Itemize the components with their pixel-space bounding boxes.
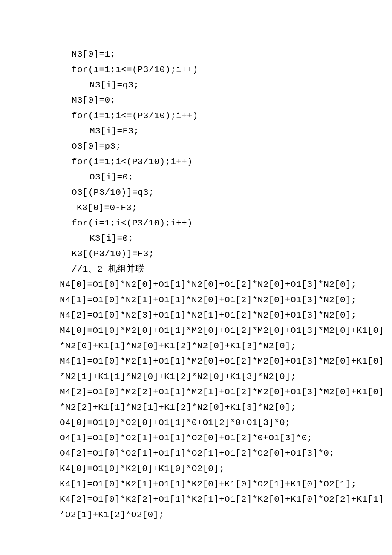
code-line: N3[i]=q3; xyxy=(60,78,332,93)
code-line: for(i=1;i<(P3/10);i++) xyxy=(60,154,332,170)
document-page: N3[0]=1;for(i=1;i<=(P3/10);i++)N3[i]=q3;… xyxy=(0,0,392,555)
code-line: M4[0]=O1[0]*M2[0]+O1[1]*M2[0]+O1[2]*M2[0… xyxy=(60,323,332,338)
code-line: O4[2]=O1[0]*O2[1]+O1[1]*O2[1]+O1[2]*O2[0… xyxy=(60,446,332,461)
code-line: *O2[1]+K1[2]*O2[0]; xyxy=(60,507,332,523)
code-line: K3[(P3/10)]=F3; xyxy=(60,246,332,262)
code-line: M3[i]=F3; xyxy=(60,124,332,139)
code-line: O4[1]=O1[0]*O2[1]+O1[1]*O2[0]+O1[2]*0+O1… xyxy=(60,431,332,446)
code-line: //1、2 机组并联 xyxy=(60,262,332,277)
code-line: N4[1]=O1[0]*N2[1]+O1[1]*N2[0]+O1[2]*N2[0… xyxy=(60,292,332,308)
code-line: for(i=1;i<(P3/10);i++) xyxy=(60,216,332,231)
code-line: N3[0]=1; xyxy=(60,47,332,62)
code-line: *N2[2]+K1[1]*N2[1]+K1[2]*N2[0]+K1[3]*N2[… xyxy=(60,400,332,415)
code-line: K4[0]=O1[0]*K2[0]+K1[0]*O2[0]; xyxy=(60,461,332,477)
code-line: N4[2]=O1[0]*N2[3]+O1[1]*N2[1]+O1[2]*N2[0… xyxy=(60,308,332,323)
code-line: *N2[1]+K1[1]*N2[0]+K1[2]*N2[0]+K1[3]*N2[… xyxy=(60,369,332,384)
code-line: M4[1]=O1[0]*M2[1]+O1[1]*M2[0]+O1[2]*M2[0… xyxy=(60,354,332,369)
code-line: for(i=1;i<=(P3/10);i++) xyxy=(60,62,332,78)
code-line: N4[0]=O1[0]*N2[0]+O1[1]*N2[0]+O1[2]*N2[0… xyxy=(60,277,332,292)
code-line: O3[i]=0; xyxy=(60,170,332,185)
code-line: O3[0]=p3; xyxy=(60,139,332,154)
code-line: M4[2]=O1[0]*M2[2]+O1[1]*M2[1]+O1[2]*M2[0… xyxy=(60,384,332,400)
code-line: K4[2]=O1[0]*K2[2]+O1[1]*K2[1]+O1[2]*K2[0… xyxy=(60,492,332,507)
code-line: for(i=1;i<=(P3/10);i++) xyxy=(60,108,332,124)
code-line: *N2[0]+K1[1]*N2[0]+K1[2]*N2[0]+K1[3]*N2[… xyxy=(60,338,332,354)
code-line: K3[i]=0; xyxy=(60,231,332,246)
code-line: M3[0]=0; xyxy=(60,93,332,108)
code-line: K3[0]=0-F3; xyxy=(60,200,332,216)
code-line: K4[1]=O1[0]*K2[1]+O1[1]*K2[0]+K1[0]*O2[1… xyxy=(60,477,332,492)
code-line: O3[(P3/10)]=q3; xyxy=(60,185,332,200)
code-line: O4[0]=O1[0]*O2[0]+O1[1]*0+O1[2]*0+O1[3]*… xyxy=(60,415,332,431)
